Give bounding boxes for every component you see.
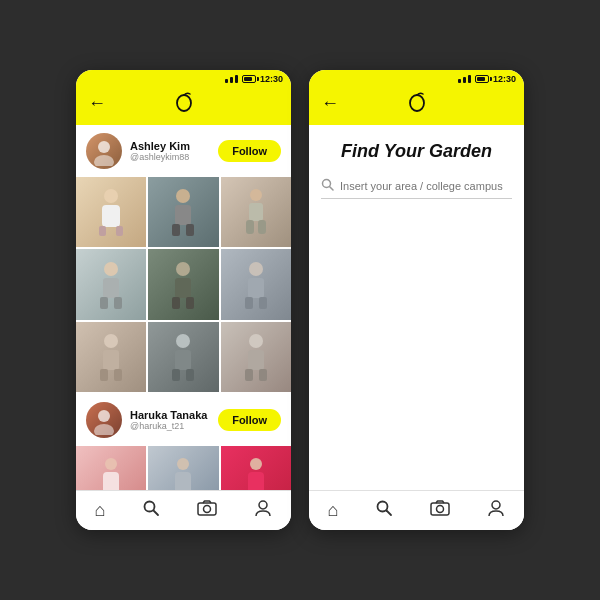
photo-cell [221,446,291,490]
svg-point-41 [105,458,117,470]
photo-cell [148,177,218,247]
battery-icon [242,75,256,83]
search-icon-right [321,178,334,194]
svg-rect-4 [102,205,120,227]
search-input[interactable] [340,180,512,192]
svg-point-39 [98,410,110,422]
battery-icon-right [475,75,489,83]
photo-cell [148,249,218,319]
user-info-ashley: Ashley Kim @ashleykim88 [130,140,210,162]
back-button-left[interactable]: ← [88,93,106,114]
svg-rect-20 [175,278,191,298]
svg-point-45 [177,458,189,470]
phones-container: 12:30 ← Ashley Ki [76,70,524,530]
follow-button-haruka[interactable]: Follow [218,409,281,431]
svg-rect-16 [103,278,119,298]
follow-button-ashley[interactable]: Follow [218,140,281,162]
svg-rect-33 [172,369,180,381]
svg-point-35 [249,334,263,348]
svg-point-7 [176,189,190,203]
nav-home-right[interactable]: ⌂ [328,500,339,521]
svg-rect-10 [186,224,194,236]
svg-rect-18 [114,297,122,309]
svg-rect-42 [103,472,119,490]
svg-point-68 [204,506,211,513]
signal-icon [225,75,238,83]
svg-rect-13 [246,220,254,234]
phone-left: 12:30 ← Ashley Ki [76,70,291,530]
find-title: Find Your Garden [309,125,524,174]
svg-rect-17 [100,297,108,309]
svg-point-40 [94,424,114,435]
content-left: Ashley Kim @ashleykim88 Follow [76,125,291,490]
app-logo-left [173,90,195,117]
svg-rect-36 [248,350,264,370]
svg-rect-12 [249,203,263,221]
nav-camera-right[interactable] [430,500,450,521]
svg-rect-14 [258,220,266,234]
svg-rect-25 [245,297,253,309]
nav-search-left[interactable] [142,499,160,522]
svg-rect-26 [259,297,267,309]
svg-rect-8 [175,205,191,225]
svg-point-76 [437,506,444,513]
photo-grid-ashley [76,177,291,394]
svg-rect-21 [172,297,180,309]
top-nav-right: ← [309,86,524,125]
svg-point-70 [410,95,424,111]
photo-cell [221,177,291,247]
user-name-ashley: Ashley Kim [130,140,210,152]
avatar-ashley [86,133,122,169]
svg-rect-29 [100,369,108,381]
photo-cell [148,446,218,490]
nav-search-right[interactable] [375,499,393,522]
svg-rect-37 [245,369,253,381]
svg-rect-9 [172,224,180,236]
svg-rect-32 [175,350,191,370]
photo-cell [76,177,146,247]
status-time-left: 12:30 [260,74,283,84]
svg-rect-34 [186,369,194,381]
nav-home-left[interactable]: ⌂ [95,500,106,521]
avatar-haruka [86,402,122,438]
svg-point-0 [177,95,191,111]
svg-point-31 [176,334,190,348]
svg-line-66 [154,511,159,516]
content-right: Find Your Garden [309,125,524,490]
bottom-nav-left: ⌂ [76,490,291,530]
nav-profile-left[interactable] [254,499,272,522]
photo-cell [148,322,218,392]
svg-point-49 [250,458,262,470]
svg-line-72 [330,187,334,191]
photo-cell [221,322,291,392]
signal-icon-right [458,75,471,83]
user-handle-haruka: @haruka_t21 [130,421,210,431]
svg-rect-46 [175,472,191,490]
svg-rect-6 [116,226,123,236]
svg-point-77 [492,501,500,509]
top-nav-left: ← [76,86,291,125]
app-logo-right [406,90,428,117]
svg-rect-5 [99,226,106,236]
svg-rect-24 [248,278,264,298]
user-handle-ashley: @ashleykim88 [130,152,210,162]
svg-point-69 [259,501,267,509]
user-name-haruka: Haruka Tanaka [130,409,210,421]
svg-rect-28 [103,350,119,370]
user-info-haruka: Haruka Tanaka @haruka_t21 [130,409,210,431]
back-button-right[interactable]: ← [321,93,339,114]
status-time-right: 12:30 [493,74,516,84]
nav-camera-left[interactable] [197,500,217,521]
bottom-nav-right: ⌂ [309,490,524,530]
svg-rect-22 [186,297,194,309]
photo-cell [76,446,146,490]
status-bar-left: 12:30 [76,70,291,86]
photo-cell [76,322,146,392]
user-row-ashley: Ashley Kim @ashleykim88 Follow [76,125,291,177]
svg-point-27 [104,334,118,348]
svg-point-3 [104,189,118,203]
nav-profile-right[interactable] [487,499,505,522]
svg-point-11 [250,189,262,201]
search-row[interactable] [321,174,512,199]
svg-rect-30 [114,369,122,381]
